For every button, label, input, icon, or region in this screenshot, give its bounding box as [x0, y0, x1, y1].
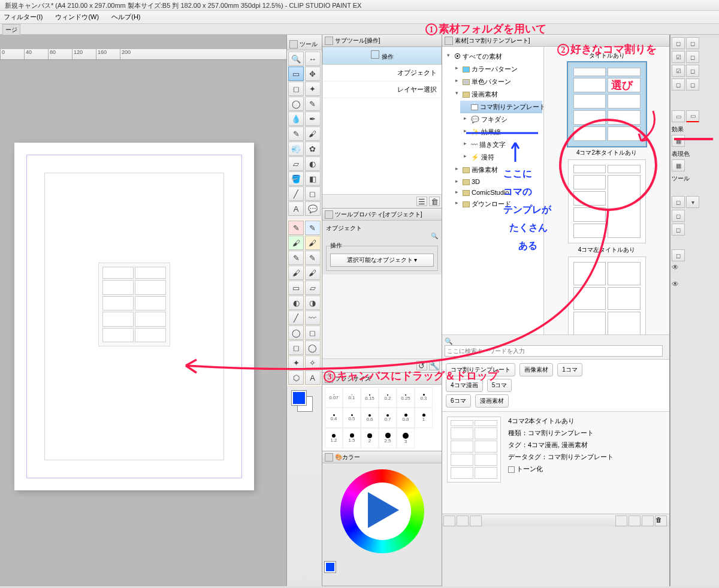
- pen-select-icon[interactable]: ✎: [305, 97, 321, 111]
- custom-tool-19-icon[interactable]: ✦: [288, 355, 304, 370]
- menu-help[interactable]: ヘルプ(H): [111, 13, 140, 20]
- airbrush-tool-icon[interactable]: 💨: [288, 141, 304, 156]
- subtool-trash-icon[interactable]: 🗑: [429, 197, 440, 206]
- footer-icon[interactable]: [470, 515, 482, 526]
- doc-tab[interactable]: ージ: [2, 24, 20, 35]
- material-thumb[interactable]: 4コマ左タイトルあり: [556, 159, 658, 254]
- color-triangle[interactable]: [368, 492, 399, 528]
- material-thumbnails[interactable]: タイトルあり 4コマ2本タイトルあり 4コマ: [544, 47, 669, 334]
- right-tab-icon[interactable]: ▭: [672, 110, 685, 122]
- right-btn-icon[interactable]: ◻: [672, 224, 685, 236]
- right-btn-icon[interactable]: ◻: [686, 79, 699, 91]
- footer-icon[interactable]: [615, 515, 627, 526]
- brush-tool-icon[interactable]: 🖌: [305, 126, 321, 141]
- right-btn-icon[interactable]: ◻: [672, 249, 685, 261]
- material-tree[interactable]: ⦿ すべての素材 カラーパターン 単色パターン 漫画素材 コマ割りテンプレート …: [442, 47, 544, 334]
- eyedropper-icon[interactable]: 💧: [288, 111, 304, 126]
- tag[interactable]: 1コマ: [557, 363, 582, 376]
- blend-tool-icon[interactable]: ◐: [305, 156, 321, 171]
- shape-tool-icon[interactable]: ◻: [305, 186, 321, 201]
- pencil-tool-icon[interactable]: ✎: [288, 126, 304, 141]
- right-btn-icon[interactable]: ▦: [672, 135, 685, 147]
- right-btn-icon[interactable]: ▦: [672, 159, 685, 171]
- selectable-object-dropdown[interactable]: 選択可能なオブジェクト ▾: [330, 254, 434, 267]
- right-btn-icon[interactable]: ◻: [672, 79, 685, 91]
- detail-tone[interactable]: トーン化: [508, 465, 614, 474]
- custom-tool-17-icon[interactable]: ◻: [288, 340, 304, 355]
- material-thumb[interactable]: タイトルあり: [556, 52, 658, 60]
- property-wrench-icon[interactable]: 🔧: [429, 361, 440, 370]
- color-tool-4-icon[interactable]: 🖌: [305, 236, 321, 250]
- custom-tool-10-icon[interactable]: ▱: [305, 281, 321, 295]
- footer-icon[interactable]: [443, 515, 455, 526]
- tag[interactable]: コマ割りテンプレート: [446, 363, 515, 376]
- tag[interactable]: 6コマ: [446, 394, 471, 408]
- subtool-object[interactable]: オブジェクト: [322, 65, 442, 82]
- custom-tool-12-icon[interactable]: ◑: [305, 295, 321, 310]
- footer-icon[interactable]: [629, 515, 641, 526]
- balloon-tool-icon[interactable]: 💬: [305, 201, 321, 216]
- custom-tool-5-icon[interactable]: ✎: [288, 251, 304, 265]
- subtool-layer-select[interactable]: レイヤー選択: [322, 82, 442, 98]
- property-reset-icon[interactable]: ↺: [416, 361, 427, 370]
- operation-tool-icon[interactable]: ▭: [288, 67, 304, 81]
- tag[interactable]: 5コマ: [487, 379, 512, 392]
- tag[interactable]: 画像素材: [519, 363, 553, 376]
- move-tool-icon[interactable]: ↔: [305, 52, 321, 66]
- right-btn-icon[interactable]: ☑: [672, 65, 685, 77]
- tree-mono-pattern[interactable]: 単色パターン: [452, 76, 542, 88]
- right-btn-icon[interactable]: ◻: [686, 37, 699, 49]
- footer-icon[interactable]: [642, 515, 654, 526]
- tree-effect-line[interactable]: ✨ 効果線: [460, 126, 542, 138]
- color-wheel[interactable]: [340, 469, 424, 553]
- canvas-page[interactable]: [14, 143, 254, 490]
- tag[interactable]: 漫画素材: [475, 394, 509, 408]
- menu-window[interactable]: ウィンドウ(W): [55, 13, 99, 20]
- menu-filter[interactable]: フィルター(I): [4, 13, 43, 20]
- tree-color-pattern[interactable]: カラーパターン: [452, 63, 542, 76]
- tag[interactable]: 4コマ漫画: [446, 379, 483, 392]
- canvas-area[interactable]: 0 40 80 120 160 200: [0, 35, 286, 586]
- material-thumb-selected[interactable]: 4コマ2本タイトルあり: [556, 62, 658, 157]
- tree-comic-studio[interactable]: ComicStudio: [452, 187, 542, 198]
- foreground-color[interactable]: [292, 391, 306, 405]
- right-btn-icon[interactable]: ▾: [686, 196, 699, 208]
- move-layer-tool-icon[interactable]: ✥: [305, 67, 321, 81]
- custom-tool-21-icon[interactable]: ⬡: [288, 370, 304, 385]
- right-btn-icon[interactable]: ◻: [672, 210, 685, 222]
- tree-download[interactable]: ダウンロード: [452, 198, 542, 210]
- tree-drawing[interactable]: 〰 描き文字: [460, 138, 542, 151]
- custom-tool-16-icon[interactable]: ◻: [305, 325, 321, 340]
- material-search-input[interactable]: [445, 345, 663, 357]
- color-tool-2-icon[interactable]: ✎: [305, 221, 321, 235]
- lasso-tool-icon[interactable]: ◯: [288, 97, 304, 111]
- custom-tool-8-icon[interactable]: 🖌: [305, 266, 321, 280]
- visibility-eye-icon[interactable]: 👁: [672, 263, 682, 274]
- pen-tool-icon[interactable]: ✒: [305, 111, 321, 126]
- brush-size-grid[interactable]: 0.07 0.1 0.15 0.2 0.25 0.3 0.4 0.5 0.6 0…: [322, 385, 442, 451]
- right-btn-icon[interactable]: ☑: [672, 51, 685, 63]
- tree-all-materials[interactable]: ⦿ すべての素材: [443, 50, 542, 63]
- zoom-tool-icon[interactable]: 🔍: [288, 52, 304, 66]
- custom-tool-13-icon[interactable]: ╱: [288, 310, 304, 325]
- custom-tool-11-icon[interactable]: ◐: [288, 295, 304, 310]
- footer-icon[interactable]: [457, 515, 469, 526]
- tree-image-material[interactable]: 画像素材: [452, 164, 542, 176]
- text-tool-icon[interactable]: A: [288, 201, 304, 216]
- custom-tool-15-icon[interactable]: ◯: [288, 325, 304, 340]
- visibility-eye-icon[interactable]: 👁: [672, 280, 682, 291]
- marquee-tool-icon[interactable]: ◻: [288, 82, 304, 96]
- custom-tool-22-icon[interactable]: A: [305, 370, 321, 385]
- line-tool-icon[interactable]: ╱: [288, 186, 304, 201]
- tree-manpu[interactable]: ⚡ 漫符: [460, 151, 542, 164]
- right-btn-icon[interactable]: ◻: [686, 51, 699, 63]
- tree-frame-template[interactable]: コマ割りテンプレート: [460, 101, 542, 113]
- right-btn-icon[interactable]: ◻: [686, 65, 699, 77]
- custom-tool-7-icon[interactable]: 🖌: [288, 266, 304, 280]
- subtool-tab-operation[interactable]: 操作: [322, 47, 442, 65]
- current-color-swatch[interactable]: [325, 562, 336, 572]
- eraser-tool-icon[interactable]: ▱: [288, 156, 304, 171]
- fill-tool-icon[interactable]: 🪣: [288, 171, 304, 186]
- right-btn-icon[interactable]: ◻: [672, 37, 685, 49]
- custom-tool-18-icon[interactable]: ◯: [305, 340, 321, 355]
